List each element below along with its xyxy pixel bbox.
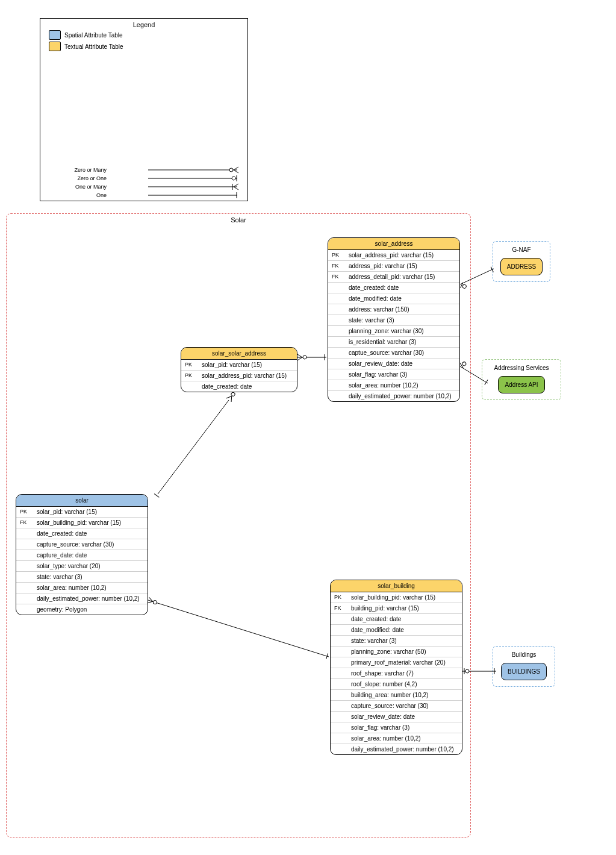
table-row: roof_shape: varchar (7) [331, 668, 462, 679]
row-val: date_created: date [202, 381, 297, 392]
row-val: capture_source: varchar (30) [351, 701, 462, 711]
legend-label-one-many: One or Many [75, 184, 107, 190]
row-val: solar_flag: varchar (3) [349, 369, 459, 380]
legend-label-zero-many: Zero or Many [74, 167, 107, 173]
row-val: roof_shape: varchar (7) [351, 668, 462, 678]
row-val: date_created: date [349, 283, 459, 293]
row-key [331, 614, 351, 624]
row-val: capture_date: date [37, 550, 148, 560]
row-val: address_pid: varchar (15) [349, 261, 459, 271]
legend-label-spatial: Spatial Attribute Table [64, 32, 123, 39]
row-key [16, 550, 37, 560]
table-row: capture_source: varchar (30) [16, 539, 148, 550]
row-val: solar_pid: varchar (15) [202, 360, 297, 370]
table-row: captue_source: varchar (30) [328, 348, 459, 359]
row-key [331, 744, 351, 754]
pkg-addrsvc-title: Addressing Services [488, 365, 555, 371]
row-val: building_pid: varchar (15) [351, 603, 462, 613]
pkg-addrsvc: Addressing Services Address API [482, 359, 561, 400]
row-val: address_detail_pid: varchar (15) [349, 272, 459, 282]
row-val: is_residential: varchar (3) [349, 337, 459, 347]
table-row: daily_estimated_power: number (10,2) [331, 744, 462, 754]
table-row: date_modified: date [328, 293, 459, 304]
table-row: date_created: date [331, 614, 462, 625]
row-key [331, 679, 351, 689]
pkg-gnaf: G-NAF ADDRESS [493, 241, 550, 282]
row-key [328, 359, 349, 369]
row-val: geometry: Polygon [37, 604, 148, 615]
row-key [328, 326, 349, 336]
table-row: building_area: number (10,2) [331, 690, 462, 701]
row-key: PK [328, 250, 349, 260]
row-val: solar_pid: varchar (15) [37, 507, 148, 517]
row-key [328, 283, 349, 293]
table-row: state: varchar (3) [16, 572, 148, 583]
swatch-spatial [49, 30, 61, 40]
table-row: primary_roof_material: varchar (20) [331, 657, 462, 668]
table-row: solar_flag: varchar (3) [328, 369, 459, 380]
legend-label-textual: Textual Attribute Table [64, 43, 123, 50]
row-key [181, 381, 202, 392]
pkg-buildings: Buildings BUILDINGS [493, 646, 555, 687]
table-row: solar_area: number (10,2) [16, 583, 148, 593]
row-key [328, 337, 349, 347]
table-row: PKsolar_pid: varchar (15) [16, 507, 148, 518]
table-row: planning_zone: varchar (30) [328, 326, 459, 337]
entity-header: solar_building [331, 580, 462, 592]
table-row: state: varchar (3) [331, 636, 462, 647]
row-val: planning_zone: varchar (30) [349, 326, 459, 336]
row-key [331, 668, 351, 678]
table-row: solar_flag: varchar (3) [331, 722, 462, 733]
table-row: capture_date: date [16, 550, 148, 561]
row-val: solar_area: number (10,2) [351, 733, 462, 744]
row-key [328, 380, 349, 390]
table-row: date_created: date [181, 381, 297, 392]
entity-solar: solarPKsolar_pid: varchar (15)FKsolar_bu… [16, 494, 148, 615]
table-row: geometry: Polygon [16, 604, 148, 615]
table-row: roof_slope: number (4,2) [331, 679, 462, 690]
row-val: state: varchar (3) [37, 572, 148, 582]
row-val: building_area: number (10,2) [351, 690, 462, 700]
row-val: planning_zone: varchar (50) [351, 647, 462, 657]
table-row: PKsolar_pid: varchar (15) [181, 360, 297, 371]
row-key: FK [328, 261, 349, 271]
row-val: solar_address_pid: varchar (15) [202, 371, 297, 381]
table-row: solar_area: number (10,2) [331, 733, 462, 744]
legend-label-one: One [96, 192, 107, 198]
row-val: primary_roof_material: varchar (20) [351, 657, 462, 668]
row-val: date_modified: date [349, 293, 459, 304]
table-row: FKaddress_pid: varchar (15) [328, 261, 459, 272]
row-val: solar_building_pid: varchar (15) [37, 518, 148, 528]
table-row: daily_estimated_power: number (10,2) [16, 593, 148, 604]
legend-row-textual: Textual Attribute Table [49, 42, 247, 51]
row-key [16, 604, 37, 615]
row-key: FK [331, 603, 351, 613]
table-row: solar_area: number (10,2) [328, 380, 459, 391]
row-key [331, 712, 351, 722]
pkg-gnaf-title: G-NAF [499, 246, 544, 253]
legend-row-spatial: Spatial Attribute Table [49, 30, 247, 40]
row-key [328, 369, 349, 380]
pkg-addrsvc-chip: Address API [498, 376, 544, 393]
row-val: solar_review_date: date [349, 359, 459, 369]
table-row: FKsolar_building_pid: varchar (15) [16, 518, 148, 528]
table-row: solar_review_date: date [328, 359, 459, 369]
table-row: planning_zone: varchar (50) [331, 647, 462, 657]
row-key [331, 701, 351, 711]
table-row: solar_type: varchar (20) [16, 561, 148, 572]
row-val: solar_address_pid: varchar (15) [349, 250, 459, 260]
row-key [16, 561, 37, 571]
row-val: daily_estimated_power: number (10,2) [349, 391, 459, 401]
entity-header: solar_solar_address [181, 348, 297, 360]
row-val: state: varchar (3) [349, 315, 459, 325]
row-key [331, 733, 351, 744]
row-val: address: varchar (150) [349, 304, 459, 315]
row-key: PK [181, 371, 202, 381]
row-key [331, 647, 351, 657]
row-key [328, 315, 349, 325]
group-title: Solar [7, 216, 470, 224]
row-val: daily_estimated_power: number (10,2) [37, 593, 148, 604]
row-key [331, 657, 351, 668]
table-row: solar_review_date: date [331, 712, 462, 722]
row-key [16, 528, 37, 539]
